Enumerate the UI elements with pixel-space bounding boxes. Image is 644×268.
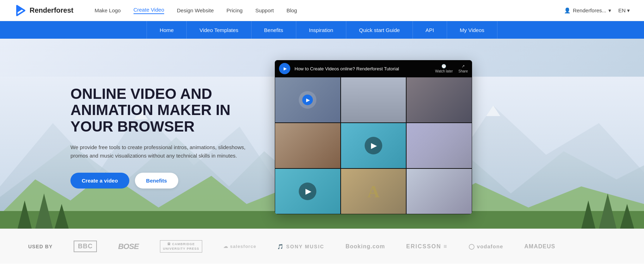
- sub-nav-item-home[interactable]: Home: [147, 21, 187, 39]
- watch-later-label: Watch later: [435, 69, 453, 73]
- hero-subtitle: We provide free tools to create professi…: [70, 143, 247, 160]
- logo[interactable]: Renderforest: [14, 4, 73, 17]
- grid-cell-7: ▶: [275, 168, 341, 214]
- sub-nav-item-my-videos[interactable]: My Videos: [447, 21, 497, 39]
- user-menu[interactable]: 👤 Renderfores... ▾: [564, 7, 611, 14]
- clock-icon: 🕐: [441, 64, 446, 69]
- brand-cambridge: 🏛 CAMBRIDGEUNIVERSITY PRESS: [160, 240, 203, 253]
- hero-section: ONLINE VIDEO AND ANIMATION MAKER IN YOUR…: [0, 39, 644, 229]
- grid-cell-6: [406, 123, 472, 168]
- hero-title: ONLINE VIDEO AND ANIMATION MAKER IN YOUR…: [70, 86, 247, 135]
- used-by-section: USED BY BBC BOSE 🏛 CAMBRIDGEUNIVERSITY P…: [0, 229, 644, 264]
- nav-pricing[interactable]: Pricing: [227, 7, 243, 13]
- sub-nav-item-api[interactable]: API: [413, 21, 447, 39]
- brand-booking: Booking.com: [346, 243, 385, 250]
- lang-dropdown-icon: ▾: [627, 7, 630, 13]
- brand-sony-music: 🎵 SONY MUSIC: [277, 244, 324, 249]
- video-preview: How to Create Videos online? Renderfores…: [275, 60, 472, 214]
- grid-cell-9: [406, 168, 472, 214]
- brand-ericsson: ERICSSON ≡: [406, 243, 447, 250]
- video-top-bar: How to Create Videos online? Renderfores…: [275, 60, 472, 77]
- nav-make-logo[interactable]: Make Logo: [94, 7, 120, 13]
- share-icon-symbol: ↗: [462, 64, 465, 69]
- top-nav: Renderforest Make Logo Create Video Desi…: [0, 0, 644, 21]
- grid-cell-3: [406, 77, 472, 123]
- brand-bbc: BBC: [74, 241, 97, 252]
- create-video-button[interactable]: Create a video: [70, 173, 129, 189]
- used-by-label: USED BY: [28, 244, 52, 249]
- nav-create-video[interactable]: Create Video: [134, 7, 164, 14]
- logo-icon: [14, 4, 27, 17]
- nav-support[interactable]: Support: [255, 7, 274, 13]
- brand-bose: BOSE: [118, 242, 138, 251]
- user-icon: 👤: [564, 7, 571, 14]
- brand-amadeus: AMADEUS: [524, 243, 555, 250]
- user-dropdown-icon: ▾: [608, 7, 611, 14]
- sub-nav-item-benefits[interactable]: Benefits: [252, 21, 296, 39]
- grid-cell-1: ▶: [275, 77, 341, 123]
- sub-nav-item-video-templates[interactable]: Video Templates: [187, 21, 251, 39]
- user-label: Renderfores...: [573, 7, 606, 13]
- grid-cell-4: [275, 123, 341, 168]
- video-title: How to Create Videos online? Renderfores…: [295, 66, 431, 71]
- lang-menu[interactable]: EN ▾: [618, 7, 630, 14]
- nav-design-website[interactable]: Design Website: [177, 7, 214, 13]
- benefits-button[interactable]: Benefits: [135, 173, 178, 189]
- lang-label: EN: [618, 7, 626, 13]
- hero-text: ONLINE VIDEO AND ANIMATION MAKER IN YOUR…: [70, 86, 247, 189]
- sub-nav-item-quickstart[interactable]: Quick start Guide: [346, 21, 413, 39]
- grid-cell-2: [341, 77, 407, 123]
- logo-text: Renderforest: [30, 6, 73, 14]
- share-control[interactable]: ↗ Share: [458, 64, 468, 73]
- brand-vodafone: ◯ vodafone: [469, 243, 503, 250]
- grid-cell-5: ▶: [341, 123, 407, 168]
- share-label: Share: [458, 69, 468, 73]
- watch-later-control[interactable]: 🕐 Watch later: [435, 64, 453, 73]
- play-circle-icon[interactable]: [279, 63, 290, 74]
- sub-nav-item-inspiration[interactable]: Inspiration: [296, 21, 346, 39]
- brand-salesforce: ☁ salesforce: [223, 244, 256, 249]
- sub-nav: Home Video Templates Benefits Inspiratio…: [0, 21, 644, 39]
- nav-blog[interactable]: Blog: [286, 7, 297, 13]
- brand-logos: BBC BOSE 🏛 CAMBRIDGEUNIVERSITY PRESS ☁ s…: [74, 240, 616, 253]
- grid-cell-8: A: [341, 168, 407, 214]
